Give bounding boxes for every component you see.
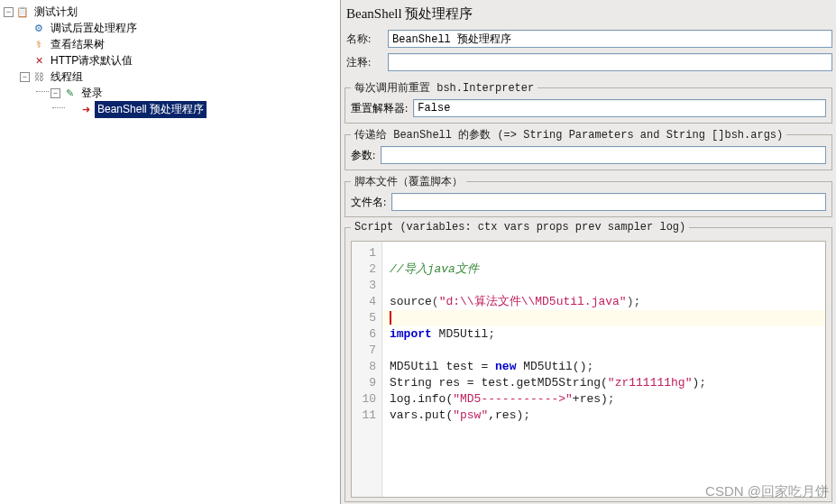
tree-item-results-tree[interactable]: ⚕ 查看结果树 <box>0 36 340 52</box>
arrow-right-icon: ➜ <box>79 103 92 115</box>
scriptfile-legend: 脚本文件（覆盖脚本） <box>351 174 466 189</box>
scriptfile-fieldset: 脚本文件（覆盖脚本） 文件名: <box>345 174 832 217</box>
reset-legend: 每次调用前重置 bsh.Interpreter <box>351 80 537 96</box>
gear-icon: ⚙ <box>32 22 45 34</box>
tree-item-label: 调试后置处理程序 <box>48 20 140 37</box>
tree-panel: − 📋 测试计划 ⚙ 调试后置处理程序 ⚕ 查看结果树 ✕ HTTP请求默认值 … <box>0 0 341 504</box>
code-line: vars.put("psw",res); <box>390 408 818 424</box>
tree-item-label: HTTP请求默认值 <box>48 52 135 69</box>
test-plan-tree: − 📋 测试计划 ⚙ 调试后置处理程序 ⚕ 查看结果树 ✕ HTTP请求默认值 … <box>0 4 340 117</box>
params-legend: 传递给 BeanShell 的参数 (=> String Parameters … <box>351 127 786 142</box>
script-fieldset: Script (variables: ctx vars props prev s… <box>345 221 832 502</box>
testplan-icon: 📋 <box>16 5 29 18</box>
tree-item-postprocessor[interactable]: ⚙ 调试后置处理程序 <box>0 20 340 36</box>
name-row: 名称: <box>345 30 832 48</box>
collapse-icon[interactable]: − <box>4 7 14 17</box>
line-gutter: 1 2 3 4 5 6 7 8 9 10 11 <box>352 242 382 497</box>
collapse-icon[interactable]: − <box>51 88 60 98</box>
code-line: log.info("MD5----------->"+res); <box>390 391 818 408</box>
code-line: //导入java文件 <box>390 261 818 278</box>
code-line: import MD5Util; <box>390 326 818 343</box>
code-content[interactable]: //导入java文件 source("d:\\算法文件\\MD5util.jav… <box>382 242 825 497</box>
code-line: MD5Util test = new MD5Util(); <box>390 359 818 375</box>
comment-label: 注释: <box>346 55 388 70</box>
name-label: 名称: <box>346 32 388 47</box>
tree-root[interactable]: − 📋 测试计划 <box>0 4 340 20</box>
sampler-icon: ✎ <box>63 87 76 99</box>
tree-item-label: 登录 <box>78 85 106 102</box>
caret-icon <box>390 311 391 325</box>
tree-item-label-selected: BeanShell 预处理程序 <box>95 101 207 118</box>
code-line: source("d:\\算法文件\\MD5util.java"); <box>390 294 818 310</box>
params-input[interactable] <box>381 146 826 164</box>
params-label: 参数: <box>351 148 375 163</box>
results-icon: ⚕ <box>32 38 45 50</box>
scriptfile-label: 文件名: <box>351 195 386 210</box>
comment-input[interactable] <box>388 53 832 71</box>
code-line <box>390 245 818 261</box>
scriptfile-input[interactable] <box>391 193 826 211</box>
code-line: String res = test.getMD5String("zr111111… <box>390 375 818 391</box>
panel-title: BeanShell 预处理程序 <box>345 2 832 30</box>
params-fieldset: 传递给 BeanShell 的参数 (=> String Parameters … <box>345 127 832 170</box>
tree-item-label: 线程组 <box>48 69 86 86</box>
tree-thread-group[interactable]: − ⛓ 线程组 <box>0 69 340 85</box>
tree-item-http-defaults[interactable]: ✕ HTTP请求默认值 <box>0 52 340 69</box>
collapse-icon[interactable]: − <box>20 72 30 82</box>
script-legend: Script (variables: ctx vars props prev s… <box>351 221 689 234</box>
name-input[interactable] <box>388 30 832 48</box>
tree-item-label: 查看结果树 <box>48 36 107 53</box>
editor-panel: BeanShell 预处理程序 名称: 注释: 每次调用前重置 bsh.Inte… <box>341 0 836 504</box>
code-line <box>390 343 818 359</box>
code-line <box>390 278 818 294</box>
comment-row: 注释: <box>345 53 832 71</box>
tree-login[interactable]: − ✎ 登录 <box>0 85 340 101</box>
tree-root-label: 测试计划 <box>32 4 80 21</box>
reset-label: 重置解释器: <box>351 101 408 116</box>
tree-beanshell-preprocessor[interactable]: ➜ BeanShell 预处理程序 <box>0 101 340 117</box>
code-editor[interactable]: 1 2 3 4 5 6 7 8 9 10 11 //导入java文件 sourc… <box>351 241 826 498</box>
reset-input[interactable] <box>413 99 826 117</box>
reset-interpreter-fieldset: 每次调用前重置 bsh.Interpreter 重置解释器: <box>345 80 832 124</box>
threadgroup-icon: ⛓ <box>32 70 45 83</box>
x-icon: ✕ <box>32 54 45 67</box>
